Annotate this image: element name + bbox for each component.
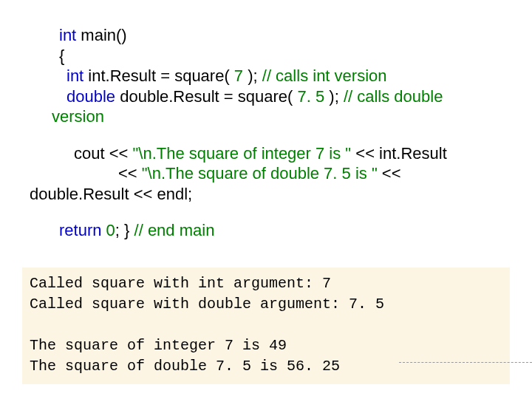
code-text: <<: [118, 164, 142, 183]
code-line: version: [30, 106, 510, 127]
comment: version: [52, 107, 104, 126]
code-text: int.Result = square(: [83, 66, 234, 85]
string: "\n.The square of double 7. 5 is ": [142, 164, 378, 183]
blank-line: [30, 204, 510, 220]
comment: // calls double: [344, 87, 443, 106]
code-line: double double.Result = square( 7. 5 ); /…: [30, 86, 510, 107]
code-text: );: [243, 66, 262, 85]
code-line: int int.Result = square( 7 ); // calls i…: [30, 66, 510, 86]
code-line: {: [30, 46, 510, 66]
code-text: double.Result << endl;: [30, 185, 192, 203]
code-line: int main(): [30, 25, 510, 46]
code-line: double.Result << endl;: [30, 184, 510, 205]
code-line: cout << "\n.The square of integer 7 is "…: [30, 143, 510, 164]
code-text: {: [59, 47, 64, 65]
code-line: << "\n.The square of double 7. 5 is " <<: [30, 163, 510, 184]
output-box: Called square with int argument: 7 Calle…: [22, 267, 510, 384]
comment: // end main: [134, 221, 215, 239]
code-block: int main() { int int.Result = square( 7 …: [0, 0, 532, 241]
keyword: int: [66, 66, 83, 85]
number: 0: [106, 221, 115, 239]
code-text: cout <<: [74, 144, 133, 163]
number: 7: [234, 66, 243, 85]
keyword: return: [59, 221, 101, 239]
comment: // calls int version: [262, 66, 387, 85]
code-text: ; }: [115, 221, 134, 239]
code-text: );: [324, 87, 344, 106]
code-line: return 0; } // end main: [30, 220, 510, 241]
string: "\n.The square of integer 7 is ": [133, 144, 352, 163]
code-text: <<: [378, 164, 401, 183]
output-line: Called square with double argument: 7. 5: [30, 294, 502, 315]
blank-line: [30, 127, 510, 143]
code-text: << int.Result: [351, 144, 447, 163]
code-text: main(): [76, 26, 126, 44]
output-line: The square of double 7. 5 is 56. 25: [30, 356, 502, 377]
blank-line: [30, 315, 502, 335]
dashed-line: [399, 362, 532, 363]
code-text: double.Result = square(: [115, 87, 297, 106]
keyword: int: [59, 26, 76, 44]
output-line: Called square with int argument: 7: [30, 273, 502, 294]
number: 7. 5: [298, 87, 325, 106]
keyword: double: [66, 87, 115, 106]
output-line: The square of integer 7 is 49: [30, 335, 502, 356]
